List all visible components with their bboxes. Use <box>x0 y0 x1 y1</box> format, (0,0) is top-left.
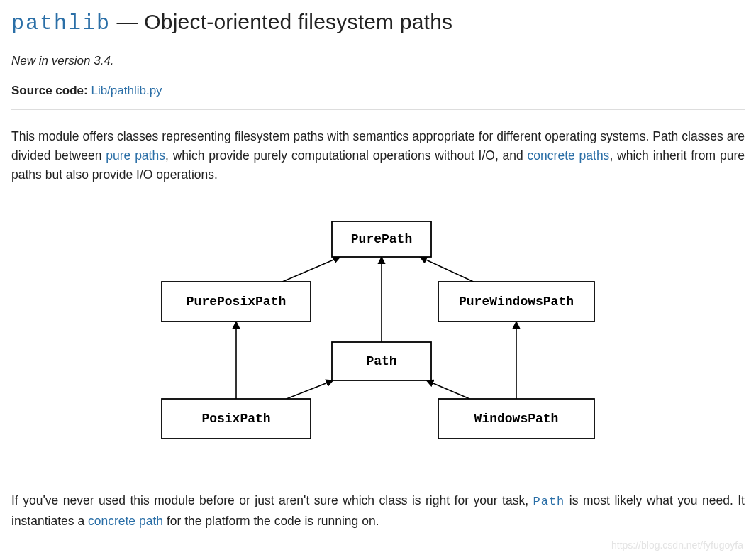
p2-a: If you've never used this module before … <box>11 493 533 507</box>
module-name: pathlib <box>11 11 111 35</box>
pure-paths-link[interactable]: pure paths <box>106 148 165 163</box>
title-dash: — <box>111 10 144 33</box>
inherits-arrow <box>426 380 469 399</box>
class-label-windowspath: WindowsPath <box>474 412 559 426</box>
p1-b: , which provide purely computational ope… <box>165 148 528 163</box>
watermark: https://blog.csdn.net/fyfugoyfa <box>611 539 743 551</box>
source-link[interactable]: Lib/pathlib.py <box>91 84 162 97</box>
concrete-paths-link[interactable]: concrete paths <box>528 148 610 163</box>
concrete-path-link[interactable]: concrete path <box>88 514 163 528</box>
divider <box>11 109 745 110</box>
hierarchy-svg: PurePathPurePosixPathPureWindowsPathPath… <box>112 214 644 449</box>
class-label-purepath: PurePath <box>351 232 412 246</box>
intro-paragraph: This module offers classes representing … <box>11 127 745 185</box>
inherits-arrow <box>420 257 474 282</box>
version-note: New in version 3.4. <box>11 54 745 68</box>
class-hierarchy-diagram: PurePathPurePosixPathPureWindowsPathPath… <box>11 214 745 449</box>
class-label-pureposixpath: PurePosixPath <box>187 295 286 309</box>
class-label-posixpath: PosixPath <box>201 412 270 426</box>
class-label-path: Path <box>366 354 396 368</box>
inherits-arrow <box>282 257 340 282</box>
title-rest: Object-oriented filesystem paths <box>144 10 452 33</box>
p2-c: for the platform the code is running on. <box>163 514 379 528</box>
inherits-arrow <box>287 380 333 399</box>
advice-paragraph: If you've never used this module before … <box>11 491 745 530</box>
page-title: pathlib — Object-oriented filesystem pat… <box>11 10 745 35</box>
source-label: Source code: <box>11 84 88 97</box>
path-class-ref: Path <box>533 495 565 508</box>
class-label-purewindowspath: PureWindowsPath <box>459 295 574 309</box>
source-line: Source code: Lib/pathlib.py <box>11 84 745 98</box>
